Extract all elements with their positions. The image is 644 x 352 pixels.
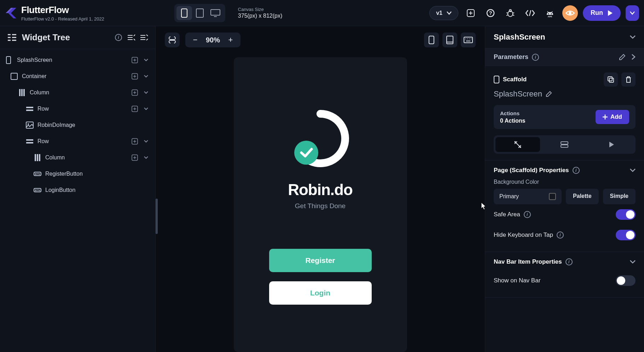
svg-rect-43 [21, 89, 23, 96]
device-frame: Robin.do Get Things Done Register Login [234, 57, 407, 352]
device-phone-button[interactable] [176, 6, 192, 20]
add-child-button[interactable] [130, 105, 139, 113]
expand-all-icon[interactable] [140, 34, 148, 41]
chevron-down-icon[interactable] [630, 169, 636, 172]
edit-icon[interactable] [546, 91, 552, 97]
preview-button[interactable] [562, 5, 578, 21]
right-panel-title: SplashScreen [494, 33, 545, 42]
code-button[interactable] [523, 6, 538, 20]
info-icon[interactable]: i [565, 258, 573, 265]
add-label: Add [610, 113, 622, 121]
add-child-button[interactable] [130, 88, 139, 97]
add-child-button[interactable] [130, 137, 139, 146]
expand-button[interactable] [142, 72, 150, 81]
scaffold-label: Scaffold [503, 76, 527, 83]
tree-item-label: Container [22, 73, 127, 80]
tree-item-label: LoginButton [45, 187, 150, 193]
show-nav-toggle[interactable] [616, 275, 636, 286]
apk-button[interactable]: APK [543, 6, 557, 20]
info-icon[interactable]: i [524, 211, 531, 218]
add-child-button[interactable] [130, 72, 139, 81]
help-button[interactable]: ? [483, 6, 498, 20]
device-desktop-button[interactable] [208, 6, 223, 20]
run-label: Run [591, 9, 603, 17]
expand-button[interactable] [142, 153, 150, 162]
collapse-all-icon[interactable] [127, 34, 135, 41]
right-panel: SplashScreen Parameters i Scaffold [485, 26, 644, 352]
btn-icon: BTN [33, 170, 42, 178]
keyboard-button[interactable] [461, 33, 476, 47]
add-child-button[interactable] [130, 56, 139, 64]
device-tablet-button[interactable] [192, 6, 208, 20]
tab-design[interactable] [495, 137, 540, 152]
run-more-button[interactable] [626, 5, 639, 21]
palette-button[interactable]: Palette [566, 189, 598, 204]
nav-props-title: Nav Bar Item Properties [494, 258, 562, 265]
tab-backend[interactable] [542, 137, 587, 152]
chevron-right-icon[interactable] [631, 54, 636, 60]
tab-animations[interactable] [589, 137, 634, 152]
scroll-indicator[interactable] [156, 199, 158, 234]
register-button[interactable]: Register [269, 249, 372, 272]
tree-item-row[interactable]: Row [0, 101, 155, 117]
preview-phone-button[interactable] [424, 33, 439, 47]
version-selector[interactable]: v1 [429, 6, 458, 20]
row-icon [25, 137, 34, 146]
column-icon [33, 153, 42, 162]
version-label: v1 [436, 10, 442, 16]
svg-line-13 [506, 15, 508, 16]
copy-button[interactable] [604, 72, 618, 87]
run-button[interactable]: Run [583, 5, 621, 21]
tree-item-row[interactable]: Row [0, 133, 155, 149]
delete-button[interactable] [621, 72, 636, 87]
tree-item-column[interactable]: Column [0, 84, 155, 101]
tree-item-column[interactable]: Column [0, 149, 155, 166]
bg-color-input[interactable]: Primary [494, 189, 562, 204]
add-button[interactable] [463, 6, 478, 20]
canvas-viewport[interactable]: Robin.do Get Things Done Register Login [156, 54, 485, 352]
preview-tablet-button[interactable] [442, 33, 457, 47]
tree-item-registerbutton[interactable]: BTNRegisterButton [0, 166, 155, 182]
chevron-down-icon[interactable] [630, 35, 636, 39]
tree-item-splashscreen[interactable]: SplashScreen [0, 52, 155, 68]
hide-keyboard-toggle[interactable] [616, 230, 636, 240]
add-child-button[interactable] [130, 153, 139, 162]
expand-button[interactable] [142, 105, 150, 113]
svg-line-19 [552, 11, 552, 12]
tree-item-container[interactable]: Container [0, 68, 155, 84]
info-icon[interactable]: i [115, 34, 122, 41]
zoom-out-button[interactable]: − [191, 35, 199, 45]
svg-text:APK: APK [548, 16, 552, 18]
help-icon: ? [486, 9, 495, 17]
svg-rect-56 [26, 142, 33, 143]
tree-item-loginbutton[interactable]: BTNLoginButton [0, 182, 155, 198]
zoom-in-button[interactable]: + [226, 35, 235, 45]
info-icon[interactable]: i [573, 167, 580, 174]
simple-button[interactable]: Simple [603, 189, 636, 204]
svg-point-79 [294, 141, 318, 165]
expand-button[interactable] [142, 88, 150, 97]
svg-rect-71 [447, 36, 453, 44]
debug-button[interactable] [503, 6, 518, 20]
svg-text:BTN: BTN [35, 173, 40, 175]
svg-rect-48 [26, 107, 33, 108]
add-action-button[interactable]: Add [596, 110, 629, 124]
command-button[interactable] [165, 33, 180, 47]
bg-color-label: Background Color [494, 179, 636, 185]
tree-item-robindoimage[interactable]: RobinDoImage [0, 117, 155, 133]
safe-area-toggle[interactable] [616, 209, 636, 220]
tablet-icon [446, 36, 453, 44]
edit-icon[interactable] [619, 54, 626, 61]
tree-item-label: Column [45, 154, 127, 161]
svg-line-14 [513, 15, 514, 16]
info-icon[interactable]: i [532, 54, 539, 61]
hide-keyboard-label: Hide Keyboard on Tap [494, 231, 553, 239]
tree-item-label: Row [37, 106, 127, 112]
expand-button[interactable] [142, 137, 150, 146]
info-icon[interactable]: i [557, 231, 564, 239]
login-button[interactable]: Login [269, 281, 372, 305]
logo-area: FlutterFlow FlutterFlow v2.0 - Released … [5, 5, 104, 22]
chevron-down-icon[interactable] [630, 260, 636, 264]
expand-button[interactable] [142, 56, 150, 64]
svg-rect-42 [19, 89, 21, 96]
